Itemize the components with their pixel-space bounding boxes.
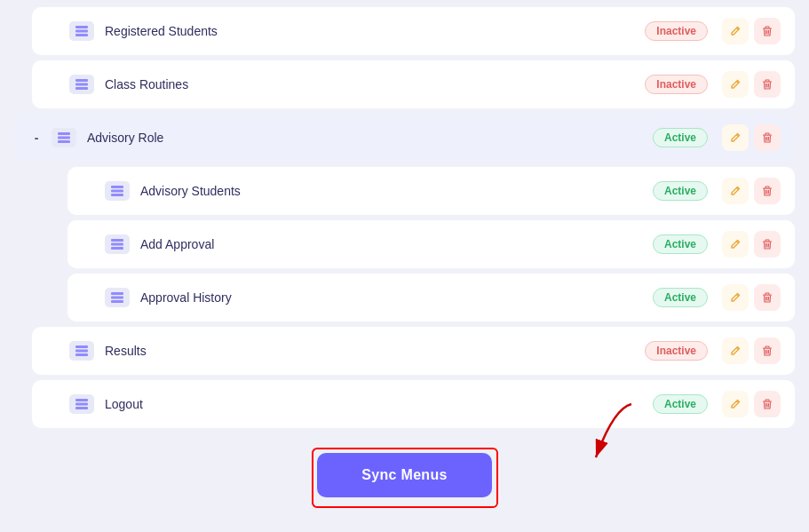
menu-list: Registered Students Inactive xyxy=(0,0,809,435)
svg-rect-50 xyxy=(75,403,88,406)
item-icon-approval-history xyxy=(105,288,130,307)
menu-item-advisory-students: Advisory Students Active xyxy=(67,167,795,215)
sync-section: Sync Menus xyxy=(0,453,809,497)
delete-button-logout[interactable] xyxy=(754,391,781,417)
svg-rect-43 xyxy=(75,350,88,353)
item-icon-advisory-students xyxy=(105,181,130,201)
status-badge-add-approval: Active xyxy=(653,234,708,254)
svg-rect-9 xyxy=(75,87,88,90)
edit-button-approval-history[interactable] xyxy=(722,284,749,311)
item-label-advisory-students: Advisory Students xyxy=(140,184,653,198)
svg-rect-10 xyxy=(763,82,772,83)
svg-rect-2 xyxy=(75,34,88,36)
svg-rect-15 xyxy=(58,137,70,139)
status-badge-class-routines: Inactive xyxy=(645,75,708,94)
svg-rect-16 xyxy=(58,140,70,143)
delete-button-add-approval[interactable] xyxy=(754,231,781,258)
menu-item-results: Results Inactive xyxy=(32,327,795,375)
svg-rect-36 xyxy=(111,297,123,299)
svg-rect-38 xyxy=(763,295,772,296)
svg-rect-21 xyxy=(111,186,123,188)
svg-rect-35 xyxy=(111,292,123,295)
svg-rect-0 xyxy=(75,26,88,28)
delete-button-class-routines[interactable] xyxy=(754,71,781,98)
menu-item-logout: Logout Active xyxy=(32,380,795,428)
status-badge-advisory-students: Active xyxy=(653,181,708,201)
svg-rect-3 xyxy=(763,28,772,29)
svg-rect-31 xyxy=(763,242,772,242)
item-label-add-approval: Add Approval xyxy=(140,237,653,251)
item-icon-add-approval xyxy=(105,234,130,254)
svg-rect-52 xyxy=(763,401,772,402)
item-label-approval-history: Approval History xyxy=(140,290,653,305)
svg-rect-28 xyxy=(111,239,123,242)
delete-button-advisory-role[interactable] xyxy=(754,124,781,151)
status-badge-approval-history: Active xyxy=(653,288,708,307)
status-badge-advisory-role: Active xyxy=(653,128,708,147)
item-icon-advisory-role xyxy=(52,128,76,147)
delete-button-approval-history[interactable] xyxy=(754,284,781,311)
edit-button-add-approval[interactable] xyxy=(722,231,749,258)
svg-rect-45 xyxy=(763,348,772,349)
menu-item-advisory-role: - Advisory Role Active xyxy=(14,114,795,162)
svg-rect-42 xyxy=(75,345,88,348)
toggle-icon[interactable]: - xyxy=(28,130,44,146)
status-badge-logout: Active xyxy=(653,394,708,414)
svg-rect-1 xyxy=(75,30,88,33)
item-icon-registered-students xyxy=(69,21,94,41)
menu-item-approval-history: Approval History Active xyxy=(67,274,795,322)
svg-rect-17 xyxy=(763,135,772,136)
item-label-advisory-role: Advisory Role xyxy=(87,131,653,145)
svg-rect-37 xyxy=(111,300,123,303)
svg-rect-7 xyxy=(75,79,88,82)
svg-rect-24 xyxy=(763,188,772,189)
svg-rect-30 xyxy=(111,247,123,250)
menu-item-registered-students: Registered Students Inactive xyxy=(32,7,795,55)
svg-rect-51 xyxy=(75,407,88,409)
sync-menus-button[interactable]: Sync Menus xyxy=(317,453,491,497)
svg-rect-44 xyxy=(75,353,88,356)
item-label-class-routines: Class Routines xyxy=(105,77,645,91)
status-badge-results: Inactive xyxy=(645,341,708,361)
menu-item-add-approval: Add Approval Active xyxy=(67,220,795,268)
svg-rect-29 xyxy=(111,243,123,246)
item-icon-class-routines xyxy=(69,75,94,94)
svg-rect-49 xyxy=(75,399,88,401)
status-badge-registered-students: Inactive xyxy=(645,21,708,41)
item-icon-results xyxy=(69,341,94,361)
item-label-registered-students: Registered Students xyxy=(105,24,645,38)
item-label-results: Results xyxy=(105,344,645,358)
edit-button-logout[interactable] xyxy=(722,391,749,417)
delete-button-advisory-students[interactable] xyxy=(754,178,781,204)
item-label-logout: Logout xyxy=(105,397,653,411)
delete-button-results[interactable] xyxy=(754,337,781,364)
edit-button-advisory-students[interactable] xyxy=(722,178,749,204)
svg-rect-8 xyxy=(75,83,88,86)
svg-rect-23 xyxy=(111,194,123,196)
item-icon-logout xyxy=(69,394,94,414)
edit-button-advisory-role[interactable] xyxy=(722,124,749,151)
delete-button-registered-students[interactable] xyxy=(754,18,781,44)
svg-rect-22 xyxy=(111,190,123,193)
edit-button-results[interactable] xyxy=(722,337,749,364)
svg-rect-14 xyxy=(58,132,70,135)
edit-button-registered-students[interactable] xyxy=(722,18,749,44)
edit-button-class-routines[interactable] xyxy=(722,71,749,98)
menu-item-class-routines: Class Routines Inactive xyxy=(32,60,795,108)
